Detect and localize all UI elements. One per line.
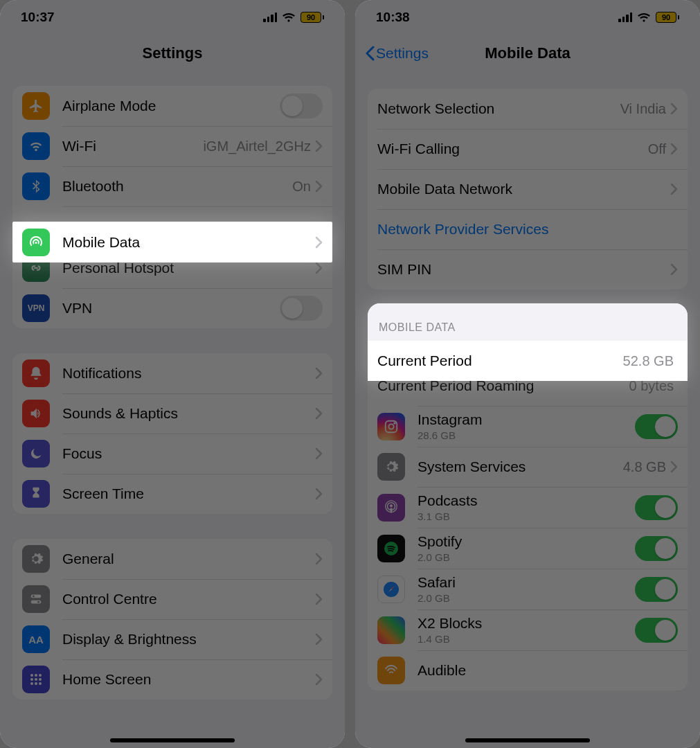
row-label: Focus <box>62 445 315 462</box>
row-label: Network Selection <box>377 100 620 117</box>
app-row-audible[interactable]: Audible <box>368 650 688 691</box>
row-provider-services[interactable]: Network Provider Services <box>368 209 688 249</box>
back-button[interactable]: Settings <box>365 35 429 72</box>
app-usage: 28.6 GB <box>418 429 635 441</box>
airplane-icon <box>22 92 50 120</box>
row-home-screen[interactable]: Home Screen <box>12 659 332 700</box>
settings-group-connectivity: Airplane Mode Wi-Fi iGM_Airtel_2GHz Blue… <box>12 86 332 328</box>
section-header: MOBILE DATA <box>368 303 688 341</box>
row-display-brightness[interactable]: AA Display & Brightness <box>12 619 332 659</box>
row-network-selection[interactable]: Network Selection Vi India <box>368 89 688 129</box>
chevron-right-icon <box>670 143 678 155</box>
bell-icon <box>22 359 50 387</box>
toggle-app[interactable] <box>635 618 678 643</box>
app-name: Podcasts <box>418 492 635 509</box>
toggle-app[interactable] <box>635 577 678 602</box>
chevron-right-icon <box>315 262 323 274</box>
row-bluetooth[interactable]: Bluetooth On <box>12 166 332 206</box>
chevron-right-icon <box>315 236 323 249</box>
cellular-signal-icon <box>263 12 277 22</box>
row-label: Current Period <box>377 353 623 369</box>
svg-point-6 <box>39 674 42 677</box>
row-screen-time[interactable]: Screen Time <box>12 474 332 514</box>
vpn-icon: VPN <box>22 294 50 322</box>
row-control-centre[interactable]: Control Centre <box>12 579 332 619</box>
toggle-app[interactable] <box>635 536 678 561</box>
app-row-instagram[interactable]: Instagram 28.6 GB <box>368 406 688 447</box>
svg-point-8 <box>35 678 37 681</box>
spotify-icon <box>377 535 405 562</box>
chevron-right-icon <box>315 367 323 380</box>
toggle-app[interactable] <box>635 495 678 520</box>
nav-header: Settings Mobile Data <box>355 35 700 72</box>
chevron-right-icon <box>315 407 323 420</box>
row-vpn[interactable]: VPN VPN <box>12 288 332 328</box>
row-detail: 52.8 GB <box>623 353 674 369</box>
audible-icon <box>377 657 405 684</box>
chevron-right-icon <box>670 461 678 473</box>
nav-header: Settings <box>0 35 345 72</box>
battery-icon: 90 <box>300 12 324 23</box>
app-row-x2blocks[interactable]: X2 Blocks 1.4 GB <box>368 609 688 650</box>
row-detail: Vi India <box>620 101 666 117</box>
row-label: Home Screen <box>62 671 315 688</box>
home-indicator[interactable] <box>465 738 590 742</box>
svg-point-3 <box>37 601 39 603</box>
app-name: Audible <box>418 662 678 679</box>
app-row-podcasts[interactable]: Podcasts 3.1 GB <box>368 487 688 528</box>
chevron-right-icon <box>315 673 323 686</box>
page-title: Mobile Data <box>485 44 570 62</box>
text-size-icon: AA <box>22 625 50 653</box>
svg-point-10 <box>30 682 33 685</box>
home-indicator[interactable] <box>110 738 235 742</box>
app-row-system-services[interactable]: System Services 4.8 GB <box>368 447 688 487</box>
row-airplane-mode[interactable]: Airplane Mode <box>12 86 332 126</box>
toggle-app[interactable] <box>635 414 678 439</box>
chevron-right-icon <box>315 593 323 605</box>
podcasts-icon <box>377 494 405 522</box>
chevron-right-icon <box>315 140 323 152</box>
app-usage: 2.0 GB <box>418 551 635 563</box>
row-wifi-calling[interactable]: Wi-Fi Calling Off <box>368 129 688 169</box>
status-time: 10:38 <box>376 10 410 25</box>
app-row-spotify[interactable]: Spotify 2.0 GB <box>368 528 688 569</box>
wifi-icon <box>282 12 296 23</box>
app-name: Spotify <box>418 533 635 550</box>
row-wifi[interactable]: Wi-Fi iGM_Airtel_2GHz <box>12 126 332 166</box>
app-usage: 1.4 GB <box>418 633 635 645</box>
svg-point-14 <box>388 424 393 429</box>
row-label: SIM PIN <box>377 261 670 278</box>
row-label: Wi-Fi Calling <box>377 141 648 157</box>
safari-icon <box>377 576 405 603</box>
row-label: Display & Brightness <box>62 631 315 648</box>
row-general[interactable]: General <box>12 539 332 579</box>
svg-point-15 <box>394 422 395 424</box>
svg-rect-1 <box>31 600 42 604</box>
chevron-right-icon <box>315 553 323 565</box>
row-sounds[interactable]: Sounds & Haptics <box>12 393 332 434</box>
row-label: VPN <box>62 300 280 317</box>
row-mobile-data-network[interactable]: Mobile Data Network <box>368 169 688 209</box>
app-name: Safari <box>418 574 635 591</box>
row-notifications[interactable]: Notifications <box>12 353 332 393</box>
speaker-icon <box>22 400 50 427</box>
row-label: Notifications <box>62 365 315 382</box>
row-focus[interactable]: Focus <box>12 434 332 474</box>
row-current-period: Current Period 52.8 GB <box>368 341 688 381</box>
row-mobile-data[interactable]: Mobile Data <box>12 222 332 262</box>
status-bar: 10:37 90 <box>0 0 345 35</box>
row-label: Bluetooth <box>62 178 292 195</box>
phone-left-settings: 10:37 90 Settings Airplane Mode <box>0 0 345 748</box>
row-label: Airplane Mode <box>62 98 280 114</box>
svg-point-11 <box>35 682 37 685</box>
back-label: Settings <box>376 45 429 62</box>
status-time: 10:37 <box>21 10 55 25</box>
toggle-airplane[interactable] <box>280 93 323 118</box>
row-sim-pin[interactable]: SIM PIN <box>368 249 688 290</box>
svg-point-5 <box>35 674 37 677</box>
chevron-right-icon <box>670 103 678 115</box>
app-row-safari[interactable]: Safari 2.0 GB <box>368 569 688 609</box>
row-label: Screen Time <box>62 486 315 502</box>
toggle-vpn[interactable] <box>280 296 323 321</box>
row-label: Mobile Data <box>62 234 315 251</box>
